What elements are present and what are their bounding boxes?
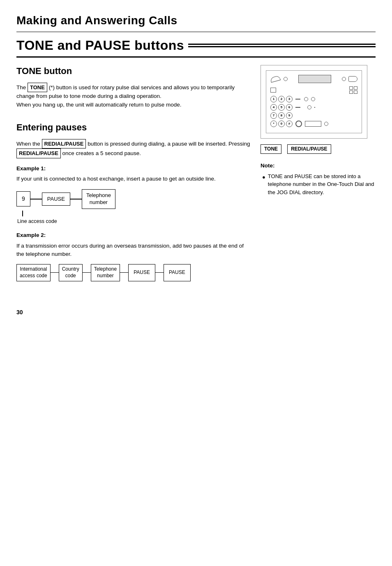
note-bullet: ● TONE and PAUSE can be stored into a te…: [261, 172, 376, 197]
flow-line-2: [70, 199, 82, 199]
title-line-2: [188, 46, 376, 47]
key-hash: #: [286, 121, 293, 127]
flow-line-b: [83, 272, 91, 273]
key-3: 3: [286, 96, 293, 102]
key-circle-sm-4: [324, 122, 328, 126]
phone-rect-wide: [305, 121, 321, 127]
flow-box-9: 9: [16, 191, 30, 207]
key-dash-1: [295, 99, 300, 100]
note-text: TONE and PAUSE can be stored into a tele…: [268, 172, 376, 197]
phone-ind-group: [349, 86, 357, 94]
example1-label: Example 1:: [16, 165, 252, 173]
flow-line-a: [51, 272, 59, 273]
phone-top-left: [270, 77, 288, 81]
key-8: 8: [278, 112, 285, 119]
phone-ind-box-1: [349, 86, 353, 90]
phone-buttons-row: TONE REDIAL/PAUSE: [261, 144, 376, 154]
key-1: 1: [270, 96, 277, 102]
redial-pause-button-inline-1: REDIAL/PAUSE: [42, 139, 86, 149]
phone-earpiece-right: [348, 76, 357, 82]
redial-pause-button-label: REDIAL/PAUSE: [287, 144, 331, 154]
flow-line-c: [120, 272, 128, 273]
key-7: 7: [270, 112, 277, 119]
example2-flow: Internationalaccess code Countrycode Tel…: [16, 264, 252, 281]
key-0: 0: [278, 121, 285, 127]
redial-pause-button-inline-2: REDIAL/PAUSE: [16, 148, 61, 158]
phone-small-rect: [270, 88, 276, 93]
title-decoration: [188, 44, 376, 47]
key-5: 5: [278, 104, 285, 111]
section-title: TONE and PAUSE buttons: [16, 36, 184, 55]
flow-box-telephone: Telephonenumber: [82, 189, 115, 209]
entering-pauses-title: Entering pauses: [16, 121, 252, 134]
section-title-bar: TONE and PAUSE buttons: [16, 36, 376, 58]
phone-ind-row1: [349, 86, 357, 90]
key-circle-sm-1: [304, 97, 308, 101]
phone-indicator-row: [270, 86, 357, 94]
phone-ind-box-4: [354, 90, 357, 94]
keypad-row3: 7 8 9: [270, 112, 357, 119]
keypad-row4: * 0 #: [270, 121, 357, 127]
page-number: 30: [16, 309, 376, 317]
title-line-1: [188, 44, 376, 45]
left-column: TONE button The TONE (*) button is used …: [16, 65, 252, 284]
example1-bracket: [16, 211, 252, 216]
page-footer: 30: [16, 309, 376, 317]
example1-flow-container: 9 PAUSE Telephonenumber Line access code: [16, 189, 252, 225]
phone-diagram: 1 2 3 4 5 6: [261, 65, 367, 139]
phone-top-row: [270, 75, 357, 83]
phone-earpiece: [270, 75, 281, 83]
keypad-row1: 1 2 3: [270, 96, 357, 102]
example2-label: Example 2:: [16, 232, 252, 239]
flow-box-pause2: PAUSE: [164, 264, 191, 281]
line-access-label: Line access code: [17, 218, 252, 225]
page-title: Making and Answering Calls: [16, 12, 376, 28]
flow-line-d: [155, 272, 164, 273]
tone-button-inline: TONE: [28, 83, 47, 93]
pauses-description: When the REDIAL/PAUSE button is pressed …: [16, 139, 252, 158]
note-bullet-dot: ●: [262, 173, 265, 197]
flow-line-1: [30, 199, 42, 199]
phone-top-right: [342, 76, 357, 82]
phone-circle-right: [342, 77, 346, 81]
flow-box-telephone2: Telephonenumber: [91, 264, 120, 281]
phone-ind-box-2: [354, 86, 357, 90]
phone-ind-box-3: [349, 90, 353, 94]
note-section: Note: ● TONE and PAUSE can be stored int…: [261, 162, 376, 196]
key-star: *: [270, 121, 277, 127]
key-circle-sm-2: [311, 97, 315, 101]
key-2: 2: [278, 96, 285, 102]
phone-circle-left: [284, 77, 288, 81]
key-4: 4: [270, 104, 277, 111]
keypad-row2: 4 5 6: [270, 104, 357, 111]
key-circle-med: [295, 121, 302, 127]
key-6: 6: [286, 104, 293, 111]
main-content: TONE button The TONE (*) button is used …: [16, 65, 376, 284]
flow-box-international: Internationalaccess code: [16, 264, 51, 281]
key-circle-sm-3: [307, 105, 311, 109]
tone-description: The TONE (*) button is used for rotary p…: [16, 83, 252, 109]
phone-ind-row2: [349, 90, 357, 94]
flow-box-country: Countrycode: [59, 264, 83, 281]
note-title: Note:: [261, 162, 376, 170]
tone-button-title: TONE button: [16, 65, 252, 78]
flow-box-pause: PAUSE: [42, 193, 70, 206]
phone-display: [298, 75, 331, 83]
tone-button-label: TONE: [261, 144, 281, 154]
key-dash-2: [295, 107, 300, 108]
vertical-line: [22, 211, 23, 216]
keypad-section: 1 2 3 4 5 6: [270, 96, 357, 127]
header-divider: [16, 32, 376, 32]
flow-box-pause1: PAUSE: [128, 264, 155, 281]
key-dot: [314, 107, 315, 108]
key-9: 9: [286, 112, 293, 119]
example1-flow: 9 PAUSE Telephonenumber: [16, 189, 252, 209]
example1-description: If your unit is connected to a host exch…: [16, 175, 252, 183]
right-column: 1 2 3 4 5 6: [261, 65, 376, 284]
phone-inner: 1 2 3 4 5 6: [266, 70, 362, 133]
example2-description: If a transmission error occurs during an…: [16, 242, 252, 259]
